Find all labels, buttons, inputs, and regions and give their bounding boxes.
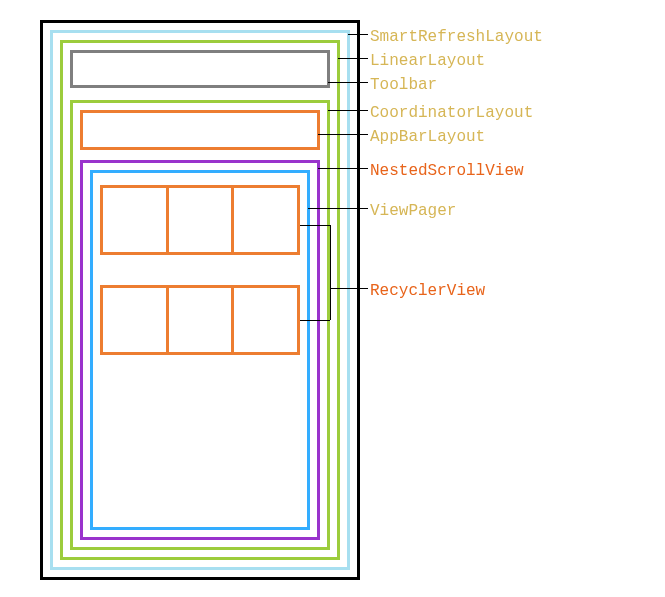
recycler-view-2	[100, 285, 300, 355]
recycler-cell	[103, 188, 169, 252]
leader-line	[308, 208, 368, 209]
leader-line	[348, 34, 368, 35]
leader-line	[318, 134, 368, 135]
recycler-view-1	[100, 185, 300, 255]
bracket-bottom	[300, 320, 330, 321]
label-view-pager: ViewPager	[370, 200, 456, 222]
bracket-out	[330, 288, 368, 289]
recycler-cell	[103, 288, 169, 352]
leader-line	[338, 58, 368, 59]
leader-line	[328, 82, 368, 83]
bracket-top	[300, 225, 330, 226]
leader-line	[318, 168, 368, 169]
toolbar	[70, 50, 330, 88]
bracket-spine	[330, 225, 331, 320]
diagram-canvas	[40, 20, 360, 580]
recycler-cell	[169, 288, 235, 352]
label-nested-scroll: NestedScrollView	[370, 160, 524, 182]
app-bar-layout	[80, 110, 320, 150]
label-linear-layout: LinearLayout	[370, 50, 485, 72]
recycler-cells	[103, 288, 297, 352]
recycler-cell	[169, 188, 235, 252]
recycler-cell	[234, 188, 297, 252]
leader-line	[328, 110, 368, 111]
label-recycler: RecyclerView	[370, 280, 485, 302]
label-smart-refresh: SmartRefreshLayout	[370, 26, 543, 48]
label-coordinator: CoordinatorLayout	[370, 102, 533, 124]
label-app-bar: AppBarLayout	[370, 126, 485, 148]
recycler-cell	[234, 288, 297, 352]
label-toolbar: Toolbar	[370, 74, 437, 96]
recycler-cells	[103, 188, 297, 252]
